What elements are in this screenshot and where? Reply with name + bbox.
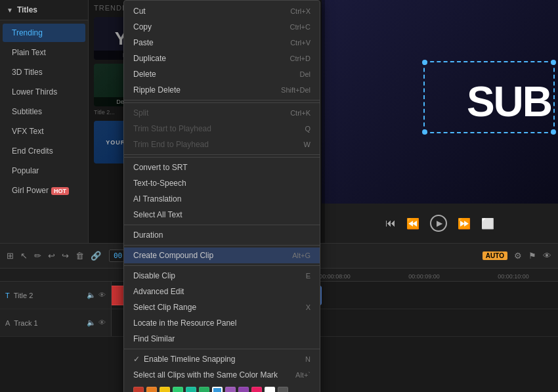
- track-header-title: T Title 2 🔈 👁: [0, 282, 112, 309]
- menu-shortcut-delete: Del: [299, 70, 311, 78]
- menu-item-copy[interactable]: CopyCtrl+C: [124, 19, 320, 35]
- menu-item-select-clip-range[interactable]: Select Clip RangeX: [124, 299, 320, 315]
- skip-back-btn[interactable]: ⏮: [385, 217, 396, 229]
- menu-item-label-locate-resource: Locate in the Resource Panel: [133, 318, 236, 328]
- menu-item-create-compound[interactable]: Create Compound ClipAlt+G: [124, 248, 320, 263]
- sidebar-item-subtitles[interactable]: Subtitles: [3, 102, 85, 121]
- menu-item-label-cut: Cut: [133, 7, 146, 16]
- flag-icon[interactable]: ⚑: [528, 251, 536, 261]
- menu-sep-after-trim-end: [124, 154, 320, 155]
- select-icon[interactable]: ↖: [20, 251, 28, 261]
- menu-shortcut-paste: Ctrl+V: [290, 39, 311, 47]
- sidebar-item-trending[interactable]: Trending: [3, 24, 85, 42]
- color-swatch-5[interactable]: [199, 387, 209, 392]
- menu-item-select-color-mark[interactable]: Select all Clips with the Same Color Mar…: [124, 367, 320, 383]
- color-swatch-0[interactable]: [133, 387, 144, 392]
- menu-item-text-to-speech[interactable]: Text-to-Speech: [124, 175, 320, 191]
- sidebar-item-vfx-text[interactable]: VFX Text: [3, 122, 85, 141]
- menu-item-label-text-to-speech: Text-to-Speech: [133, 179, 186, 188]
- track-name-title: Title 2: [14, 292, 33, 299]
- menu-item-disable-clip[interactable]: Disable ClipE: [124, 268, 320, 284]
- color-swatch-4[interactable]: [186, 387, 196, 392]
- menu-item-label-trim-end: Trim End to Playhead: [133, 140, 209, 149]
- menu-item-duration[interactable]: Duration: [124, 227, 320, 243]
- menu-item-ripple-delete[interactable]: Ripple DeleteShift+Del: [124, 82, 320, 98]
- sidebar-item-girl-power[interactable]: Girl PowerHOT: [3, 181, 85, 200]
- color-swatch-11[interactable]: [278, 387, 288, 392]
- menu-item-delete[interactable]: DeleteDel: [124, 66, 320, 82]
- menu-item-find-similar[interactable]: Find Similar: [124, 331, 320, 347]
- grid-icon[interactable]: ⊞: [7, 251, 14, 261]
- track-type-icon: T: [5, 292, 10, 299]
- sidebar-collapse-icon[interactable]: ▼: [7, 7, 13, 14]
- sidebar-item-popular[interactable]: Popular: [3, 162, 85, 180]
- menu-item-label-duplicate: Duplicate: [133, 54, 166, 63]
- link-icon[interactable]: 🔗: [91, 251, 101, 261]
- color-swatch-6[interactable]: [212, 387, 223, 392]
- menu-item-label-create-compound: Create Compound Clip: [133, 251, 213, 260]
- sidebar-item-lower-thirds[interactable]: Lower Thirds: [3, 83, 85, 101]
- menu-shortcut-cut: Ctrl+X: [290, 7, 311, 15]
- toolbar-icons: ⊞ ↖ ✏ ↩ ↪ 🗑 🔗: [7, 251, 101, 261]
- track-header-2: A Track 1 🔈 👁: [0, 309, 112, 336]
- menu-separator-split: [124, 102, 320, 103]
- menu-item-label-duration: Duration: [133, 230, 163, 240]
- color-swatch-8[interactable]: [238, 387, 249, 392]
- menu-item-label-advanced-edit: Advanced Edit: [133, 287, 184, 296]
- menu-item-select-all-text[interactable]: Select All Text: [124, 207, 320, 223]
- track-type-icon-2: A: [5, 319, 10, 327]
- color-swatch-9[interactable]: [251, 387, 262, 392]
- menu-item-label-delete: Delete: [133, 70, 156, 79]
- menu-item-label-select-color-mark: Select all Clips with the Same Color Mar…: [133, 370, 278, 380]
- lock-track-2-btn[interactable]: 👁: [98, 318, 106, 327]
- color-swatch-2[interactable]: [160, 387, 170, 392]
- trash-icon[interactable]: 🗑: [75, 251, 84, 261]
- lock-track-btn[interactable]: 👁: [98, 291, 106, 299]
- menu-item-label-trim-start: Trim Start to Playhead: [133, 124, 211, 133]
- color-swatch-10[interactable]: [265, 387, 275, 392]
- preview-area: SUB ⏮ ⏪ ▶ ⏩ ⬜: [322, 0, 558, 243]
- color-swatch-1[interactable]: [146, 387, 157, 392]
- mute-track-btn[interactable]: 🔈: [87, 291, 96, 299]
- menu-item-label-find-similar: Find Similar: [133, 334, 175, 343]
- color-swatches: [124, 383, 320, 392]
- pen-icon[interactable]: ✏: [34, 251, 41, 261]
- undo-icon[interactable]: ↩: [48, 251, 55, 261]
- prev-frame-btn[interactable]: ⏪: [406, 217, 419, 230]
- track-controls: 🔈 👁: [87, 291, 106, 299]
- ruler-mark-3: 00:00:09:00: [379, 273, 469, 280]
- eye-icon[interactable]: 👁: [543, 251, 551, 261]
- color-swatch-3[interactable]: [173, 387, 183, 392]
- color-swatch-7[interactable]: [225, 387, 236, 392]
- play-btn[interactable]: ▶: [430, 215, 447, 232]
- menu-shortcut-copy: Ctrl+C: [290, 23, 311, 31]
- menu-separator-enable-snapping: [124, 349, 320, 349]
- menu-shortcut-trim-end: W: [304, 141, 311, 148]
- sidebar-item-plain-text[interactable]: Plain Text: [3, 43, 85, 62]
- menu-item-ai-translation[interactable]: AI Translation: [124, 191, 320, 207]
- sidebar-item-3d-titles[interactable]: 3D Titles: [3, 63, 85, 81]
- sidebar-items-list: TrendingPlain Text3D TitlesLower ThirdsS…: [0, 20, 88, 203]
- menu-item-paste[interactable]: PasteCtrl+V: [124, 35, 320, 51]
- context-menu: CutCtrl+XCopyCtrl+CPasteCtrl+VDuplicateC…: [123, 0, 320, 392]
- menu-item-advanced-edit[interactable]: Advanced Edit: [124, 284, 320, 299]
- menu-item-locate-resource[interactable]: Locate in the Resource Panel: [124, 315, 320, 331]
- menu-item-label-enable-snapping: Enable Timeline Snapping: [144, 355, 235, 364]
- menu-item-duplicate[interactable]: DuplicateCtrl+D: [124, 51, 320, 66]
- menu-item-label-disable-clip: Disable Clip: [133, 271, 175, 280]
- menu-item-label-convert-srt: Convert to SRT: [133, 163, 187, 172]
- mute-track-2-btn[interactable]: 🔈: [87, 318, 96, 327]
- menu-item-trim-end: Trim End to PlayheadW: [124, 137, 320, 152]
- menu-item-label-select-clip-range: Select Clip Range: [133, 303, 196, 312]
- next-frame-btn[interactable]: ⏩: [458, 217, 471, 230]
- menu-shortcut-create-compound: Alt+G: [292, 251, 311, 259]
- sidebar-item-end-credits[interactable]: End Credits: [3, 142, 85, 160]
- fullscreen-btn[interactable]: ⬜: [481, 217, 494, 230]
- menu-item-cut[interactable]: CutCtrl+X: [124, 3, 320, 19]
- redo-icon[interactable]: ↪: [62, 251, 69, 261]
- menu-item-convert-srt[interactable]: Convert to SRT: [124, 160, 320, 175]
- sidebar-header: ▼ Titles: [0, 0, 88, 20]
- menu-item-enable-snapping[interactable]: ✓Enable Timeline SnappingN: [124, 351, 320, 367]
- settings-icon[interactable]: ⚙: [514, 251, 522, 261]
- menu-shortcut-select-clip-range: X: [306, 303, 311, 311]
